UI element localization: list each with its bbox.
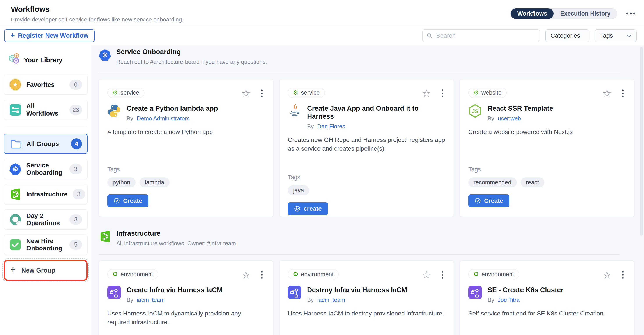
category-chip: ⚙ website <box>468 88 507 98</box>
create-button-label: create <box>304 205 322 212</box>
categories-dropdown[interactable]: Categories <box>546 29 589 42</box>
view-toggle: Workflows Execution History <box>510 8 617 19</box>
sidebar: Your Library ★ Favorites 0 All Workflows… <box>0 45 91 335</box>
section-divider <box>99 73 620 73</box>
favorite-star-icon[interactable]: ☆ <box>241 89 250 98</box>
gear-icon: ⚙ <box>473 90 479 96</box>
count-badge: 0 <box>70 80 82 90</box>
kebab-menu-icon[interactable] <box>260 89 264 98</box>
category-chip: ⚙ environment <box>468 269 519 279</box>
workflow-title: Destroy Infra via Harness IaCM <box>307 286 407 294</box>
tag-pill: react <box>521 177 544 187</box>
workflow-description: A template to create a new Python app <box>107 128 265 166</box>
scrollbar-thumb[interactable] <box>640 47 643 236</box>
author-link[interactable]: iacm_team <box>317 297 345 303</box>
tags-dropdown[interactable]: Tags <box>595 29 636 42</box>
tab-workflows[interactable]: Workflows <box>510 8 554 19</box>
plus-icon: + <box>10 265 16 275</box>
gear-icon: ⚙ <box>293 90 298 96</box>
workflow-card: ⚙ environment ☆ SE - Create K8s Cluster … <box>460 261 634 335</box>
iacm-icon <box>468 286 482 299</box>
workflow-description: Uses Harness-IaCM to destroy provisioned… <box>288 309 445 335</box>
workflow-card: ⚙ environment ☆ Create Infra via Harness… <box>99 261 273 335</box>
by-label: By <box>488 115 494 122</box>
category-chip: ⚙ environment <box>288 269 339 279</box>
workflow-description: Uses Harness-IaCM to dynamically provisi… <box>107 309 265 335</box>
gear-icon: ⚙ <box>293 271 298 277</box>
toolbar: + Register New Workflow Categories Tags <box>0 26 644 45</box>
sidebar-item-service-onboarding[interactable]: ☸ Service Onboarding 3 <box>4 159 88 179</box>
favorite-star-icon[interactable]: ☆ <box>422 270 431 279</box>
kubernetes-icon: ☸ <box>9 163 22 175</box>
search-box <box>422 29 540 42</box>
page-subtitle: Provide developer self-service for flows… <box>11 16 184 23</box>
new-group-label: New Group <box>22 267 56 274</box>
favorite-star-icon[interactable]: ☆ <box>602 89 612 98</box>
sidebar-item-label: Infrastructure <box>26 191 68 198</box>
create-workflow-button[interactable]: Create <box>107 194 148 207</box>
count-badge: 3 <box>72 189 85 199</box>
tab-execution-history[interactable]: Execution History <box>554 8 617 19</box>
python-icon <box>107 104 121 118</box>
sidebar-item-new-hire-onboarding[interactable]: New Hire Onboarding 5 <box>4 235 88 255</box>
author-link[interactable]: iacm_team <box>137 297 164 303</box>
sidebar-divider <box>5 127 86 127</box>
kubernetes-icon: ☸ <box>99 49 111 61</box>
library-title: Your Library <box>24 56 62 64</box>
main-content: ☸ Service Onboarding Reach out to #archi… <box>91 45 644 335</box>
sidebar-item-all-workflows[interactable]: All Workflows 23 <box>4 100 88 120</box>
tag-pill: lambda <box>140 177 170 187</box>
create-workflow-button[interactable]: Create <box>468 194 509 207</box>
group-subtitle: Reach out to #architecture-board if you … <box>116 59 267 65</box>
more-menu-icon[interactable] <box>625 12 636 16</box>
java-icon <box>288 104 302 118</box>
author-link[interactable]: Demo Administrators <box>137 115 190 122</box>
sidebar-item-all-groups[interactable]: All Groups 4 <box>4 134 88 154</box>
workflow-title: React SSR Template <box>488 105 553 113</box>
workflow-title: Create Java App and Onboard it to Harnes… <box>307 105 445 120</box>
author-link[interactable]: Joe Titra <box>498 297 520 303</box>
sidebar-item-label: Service Onboarding <box>26 162 64 176</box>
favorite-star-icon[interactable]: ☆ <box>602 270 612 279</box>
kebab-menu-icon[interactable] <box>260 270 264 279</box>
favorite-star-icon[interactable]: ☆ <box>241 270 250 279</box>
by-label: By <box>488 297 494 303</box>
svg-text:★: ★ <box>13 81 18 88</box>
play-icon <box>114 198 120 204</box>
favorite-star-icon[interactable]: ☆ <box>422 89 431 98</box>
kebab-menu-icon[interactable] <box>621 89 624 98</box>
kebab-menu-icon[interactable] <box>621 270 624 279</box>
workflow-description: Creates new GH Repo and Harness project,… <box>288 136 445 174</box>
sidebar-item-favorites[interactable]: ★ Favorites 0 <box>4 75 88 95</box>
workflow-card: ⚙ environment ☆ Destroy Infra via Harnes… <box>279 261 454 335</box>
category-chip: ⚙ environment <box>107 269 158 279</box>
kebab-menu-icon[interactable] <box>441 89 444 98</box>
sidebar-item-day-2-operations[interactable]: Day 2 Operations 3 <box>4 209 88 229</box>
workflow-card: ⚙ service ☆ Create Java App and Onboard … <box>279 79 454 217</box>
workflow-title: Create a Python lambda app <box>126 105 218 113</box>
sidebar-item-infrastructure[interactable]: Infrastructure 3 <box>4 184 88 204</box>
gear-icon: ⚙ <box>112 271 118 277</box>
folder-icon <box>10 138 22 150</box>
tag-pill: recommended <box>468 177 517 187</box>
library-header: Your Library <box>6 53 88 67</box>
register-label: Register New Workflow <box>18 32 88 39</box>
count-badge: 5 <box>70 240 82 250</box>
kebab-menu-icon[interactable] <box>441 270 444 279</box>
group-title: Service Onboarding <box>116 48 267 56</box>
play-icon <box>474 198 481 204</box>
count-badge: 3 <box>70 214 82 224</box>
author-link[interactable]: user:web <box>498 115 521 122</box>
create-workflow-button[interactable]: create <box>288 202 328 215</box>
library-cubes-icon <box>6 53 20 67</box>
register-new-workflow-button[interactable]: + Register New Workflow <box>4 29 95 42</box>
svg-text:☸: ☸ <box>12 165 18 173</box>
count-badge: 23 <box>70 105 82 115</box>
sidebar-item-label: New Hire Onboarding <box>26 237 64 252</box>
search-input[interactable] <box>436 32 536 40</box>
new-group-button[interactable]: + New Group <box>4 260 88 281</box>
workflows-icon <box>9 104 22 116</box>
search-icon <box>426 33 432 39</box>
tag-pill: java <box>288 185 309 195</box>
author-link[interactable]: Dan Flores <box>317 123 345 130</box>
